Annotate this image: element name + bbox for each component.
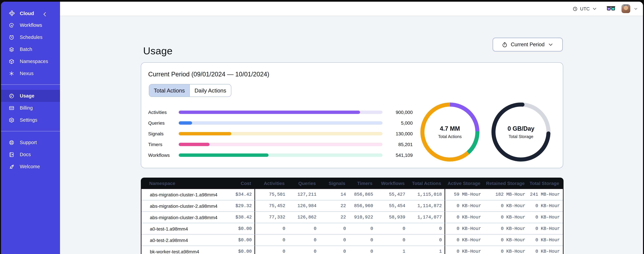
cell-active-storage: 0 KB-Hour xyxy=(444,212,484,223)
bar-fill xyxy=(179,154,268,157)
total-storage-donut: 0 GB/Day Total Storage xyxy=(491,102,551,162)
sidebar-item-schedules[interactable]: Schedules xyxy=(1,31,60,43)
workflows-icon xyxy=(9,22,14,28)
cell-retained-storage: 0 KB-Hour xyxy=(484,249,528,254)
cell-timers: 0 xyxy=(349,226,376,231)
bar-label: Signals xyxy=(148,131,179,136)
support-icon xyxy=(9,140,14,145)
page-title: Usage xyxy=(143,44,172,58)
period-filter-button[interactable]: Current Period xyxy=(492,38,563,52)
cell-activities: 75,501 xyxy=(254,189,288,200)
cell-signals: 14 xyxy=(319,192,349,197)
cell-timers: 856,960 xyxy=(349,204,376,208)
cell-queries: 127,211 xyxy=(288,192,319,197)
timezone-label: UTC xyxy=(580,6,590,12)
cell-total-storage: 0 KB-Hour xyxy=(528,249,562,254)
namespace-link[interactable]: abs-migration-cluster-1.a98mm4 xyxy=(150,192,218,197)
batch-icon xyxy=(9,46,14,52)
sidebar-item-label: Namespaces xyxy=(20,59,48,64)
namespace-cell: a0-test-2.a98mm4 xyxy=(142,238,222,243)
sidebar-item-label: Support xyxy=(20,140,37,145)
usage-bar-timers: Timers85,201 xyxy=(148,139,413,150)
cell-timers: 0 xyxy=(349,238,376,242)
clock-icon xyxy=(572,6,578,11)
user-menu-chevron-icon[interactable] xyxy=(634,6,638,11)
sidebar-item-batch[interactable]: Batch xyxy=(1,43,60,55)
bar-track xyxy=(179,110,382,114)
timezone-dropdown[interactable]: UTC xyxy=(572,6,597,12)
sidebar-item-label: Batch xyxy=(20,46,32,52)
column-header-activities: Activities xyxy=(254,180,287,186)
cell-cost: $0.00 xyxy=(222,238,254,242)
sidebar-item-namespaces[interactable]: Namespaces xyxy=(1,55,60,67)
total-actions-donut: 4.7 MM Total Actions xyxy=(420,102,480,162)
sidebar-item-billing[interactable]: Billing xyxy=(1,102,60,114)
cell-retained-storage: 0 KB-Hour xyxy=(484,204,528,208)
cell-timers: 0 xyxy=(349,249,376,254)
cell-total-storage: 0 KB-Hour xyxy=(528,226,562,231)
cell-activities: 0 xyxy=(254,246,288,254)
sidebar-item-settings[interactable]: Settings xyxy=(1,114,60,126)
cell-retained-storage: 182 MB-Hour xyxy=(484,192,528,197)
sidebar-item-label: Nexus xyxy=(20,71,34,76)
bar-value: 5,000 xyxy=(382,120,413,126)
sidebar-item-workflows[interactable]: Workflows xyxy=(1,19,60,31)
cell-workflows: 58,939 xyxy=(376,215,408,220)
namespace-link[interactable]: a0-test-1.a98mm4 xyxy=(150,226,188,232)
column-header-total-storage: Total Storage xyxy=(527,180,562,186)
usage-bar-activities: Activities900,000 xyxy=(148,107,413,118)
cell-active-storage: 0 KB-Hour xyxy=(444,223,484,234)
sidebar-item-usage[interactable]: Usage xyxy=(1,90,60,102)
namespace-cell: abs-migration-cluster-3.a98mm4 xyxy=(142,215,222,220)
bar-fill xyxy=(179,143,210,146)
cell-queries: 0 xyxy=(288,226,319,231)
table-body: abs-migration-cluster-1.a98mm4$34.4275,5… xyxy=(141,189,564,254)
bar-track xyxy=(179,121,382,125)
welcome-icon xyxy=(9,164,14,170)
sidebar-item-label: Schedules xyxy=(20,34,42,40)
nerd-glasses-icon[interactable] xyxy=(606,6,616,12)
sidebar-item-welcome[interactable]: Welcome xyxy=(1,160,60,172)
bar-label: Activities xyxy=(148,110,179,115)
cell-queries: 126,862 xyxy=(288,215,319,220)
cell-cost: $29.32 xyxy=(222,204,254,208)
cell-workflows: 1 xyxy=(376,249,408,254)
cell-workflows: 0 xyxy=(376,238,408,242)
tab-daily-actions[interactable]: Daily Actions xyxy=(190,84,231,96)
namespace-link[interactable]: a0-test-2.a98mm4 xyxy=(150,238,188,243)
namespace-link[interactable]: bk-worker-test.a98mm4 xyxy=(150,249,199,254)
sidebar-item-label: Usage xyxy=(20,93,34,98)
chevron-down-icon xyxy=(592,6,597,11)
sidebar-item-cloud[interactable]: Cloud xyxy=(1,7,60,19)
namespace-link[interactable]: abs-migration-cluster-2.a98mm4 xyxy=(150,203,218,208)
usage-bar-queries: Queries5,000 xyxy=(148,118,413,128)
usage-icon xyxy=(9,93,14,99)
cell-signals: 0 xyxy=(319,249,349,254)
namespace-usage-table: NamespaceCostActivitiesQueriesSignalsTim… xyxy=(141,178,564,254)
column-header-total-actions: Total Actions xyxy=(407,180,444,186)
sidebar-item-support[interactable]: Support xyxy=(1,136,60,148)
schedules-icon xyxy=(9,34,14,40)
column-header-queries: Queries xyxy=(287,180,318,186)
cell-total-actions: 1,174,077 xyxy=(408,215,444,220)
stopwatch-icon xyxy=(502,42,508,48)
sidebar-item-label: Settings xyxy=(20,117,38,123)
cell-total-actions: 1,114,872 xyxy=(408,204,444,208)
sidebar-item-docs[interactable]: Docs xyxy=(1,148,60,160)
cell-retained-storage: 0 KB-Hour xyxy=(484,215,528,220)
topbar-right-cluster: UTC xyxy=(572,2,638,16)
bar-value: 900,000 xyxy=(382,110,413,115)
tab-total-actions[interactable]: Total Actions xyxy=(149,84,190,96)
cell-total-storage: 0 KB-Hour xyxy=(528,238,562,242)
cell-total-actions: 0 xyxy=(408,226,444,231)
cell-total-actions: 1,115,018 xyxy=(408,192,444,197)
namespace-link[interactable]: abs-migration-cluster-3.a98mm4 xyxy=(150,215,218,220)
sidebar-item-nexus[interactable]: Nexus xyxy=(1,67,60,80)
sidebar: CloudWorkflowsSchedulesBatchNamespacesNe… xyxy=(1,2,60,254)
column-header-timers: Timers xyxy=(348,180,375,186)
avatar[interactable] xyxy=(622,4,630,13)
bar-label: Workflows xyxy=(148,152,179,158)
cell-total-storage: 0 KB-Hour xyxy=(528,215,562,220)
collapse-sidebar-icon[interactable] xyxy=(42,11,48,17)
table-row: a0-test-2.a98mm4$0.000000000 KB-Hour0 KB… xyxy=(142,234,563,246)
